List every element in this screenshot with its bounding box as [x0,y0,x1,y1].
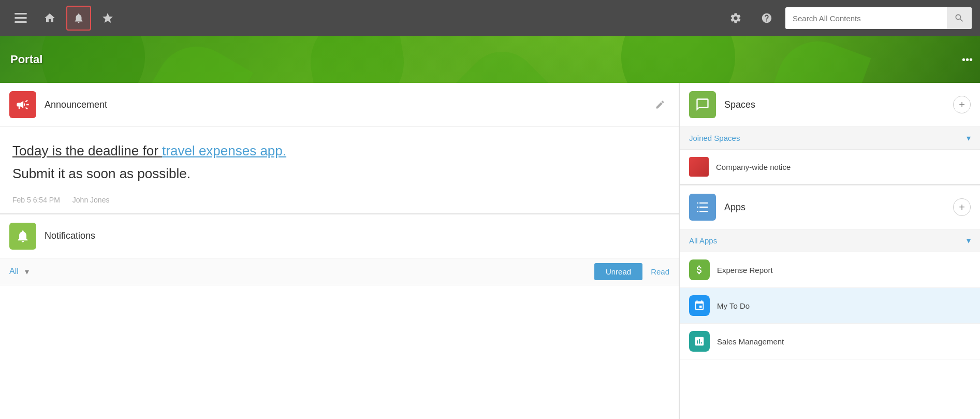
banner-title: Portal [10,53,42,66]
apps-add-button[interactable]: + [953,198,971,216]
apps-card: Apps + All Apps ▾ Expense Report [680,185,980,419]
spaces-icon [689,91,716,118]
spaces-chevron-icon[interactable]: ▾ [967,133,971,143]
settings-icon[interactable] [723,6,748,31]
app-item-expense[interactable]: Expense Report [680,252,980,288]
notifications-title: Notifications [45,230,669,241]
apps-title: Apps [724,202,953,213]
main-content: Announcement Today is the deadline for t… [0,83,980,419]
app-item-sales[interactable]: Sales Management [680,324,980,359]
read-button[interactable]: Read [651,267,669,276]
banner: Portal ••• [0,36,980,83]
help-icon[interactable] [754,6,779,31]
apps-icon [689,194,716,221]
notifications-card: Notifications All ▾ Unread Read [0,214,679,419]
announcement-text-main: Today is the deadline for travel expense… [12,141,666,160]
announcement-link[interactable]: travel expenses app. [162,143,286,158]
home-icon[interactable] [37,6,62,31]
spaces-section-header: Joined Spaces ▾ [680,127,980,150]
app-item-todo[interactable]: My To Do [680,288,980,324]
announcement-icon [9,91,36,118]
my-todo-label: My To Do [717,301,750,310]
search-input[interactable] [785,14,947,23]
unread-button[interactable]: Unread [594,263,642,280]
announcement-author: John Jones [72,196,110,204]
spaces-title: Spaces [724,99,953,110]
left-panel: Announcement Today is the deadline for t… [0,83,679,419]
announcement-card: Announcement Today is the deadline for t… [0,83,679,213]
announcement-body: Today is the deadline for travel expense… [0,127,679,213]
svg-rect-2 [14,21,27,23]
tab-chevron-icon[interactable]: ▾ [25,267,29,277]
search-button[interactable] [947,7,972,29]
svg-rect-1 [14,17,27,19]
svg-rect-0 [14,13,27,15]
space-item-company[interactable]: Company-wide notice [680,150,980,184]
spaces-card: Spaces + Joined Spaces ▾ Company-wide no… [680,83,980,184]
announcement-text-prefix: Today is the deadline for [12,143,162,158]
apps-chevron-icon[interactable]: ▾ [967,236,971,245]
announcement-title: Announcement [45,99,651,110]
space-item-icon [689,157,709,177]
tab-all[interactable]: All [9,267,19,276]
menu-icon[interactable] [8,6,33,31]
apps-header: Apps + [680,185,980,229]
sales-management-label: Sales Management [717,337,784,346]
top-navigation [0,0,980,36]
expense-report-icon [689,259,710,280]
announcement-edit-button[interactable] [651,95,669,114]
announcement-text-sub: Submit it as soon as possible. [12,164,666,183]
space-item-label: Company-wide notice [716,163,791,171]
announcement-date: Feb 5 6:54 PM [12,196,60,204]
search-box [785,7,972,29]
sales-management-icon [689,331,710,352]
spaces-header: Spaces + [680,83,980,127]
joined-spaces-label[interactable]: Joined Spaces [689,134,967,142]
notifications-tabs: All ▾ Unread Read [0,258,679,285]
star-icon[interactable] [95,6,120,31]
notifications-icon [9,223,36,250]
expense-report-label: Expense Report [717,266,773,274]
spaces-add-button[interactable]: + [953,96,971,113]
banner-more-button[interactable]: ••• [962,54,973,66]
notifications-header: Notifications [0,214,679,258]
apps-section-header: All Apps ▾ [680,229,980,252]
right-panel: Spaces + Joined Spaces ▾ Company-wide no… [680,83,980,419]
my-todo-icon [689,295,710,316]
announcement-header: Announcement [0,83,679,127]
announcement-meta: Feb 5 6:54 PM John Jones [12,196,666,204]
bell-icon[interactable] [66,6,91,31]
all-apps-label[interactable]: All Apps [689,236,967,245]
